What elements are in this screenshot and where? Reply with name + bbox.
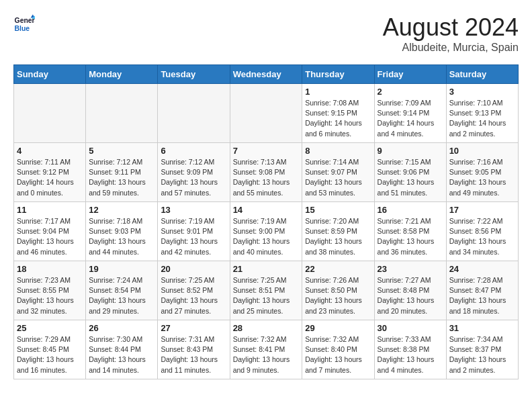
calendar-cell: 19Sunrise: 7:24 AM Sunset: 8:54 PM Dayli… xyxy=(86,261,158,320)
weekday-header-friday: Friday xyxy=(374,65,446,84)
day-info: Sunrise: 7:27 AM Sunset: 8:48 PM Dayligh… xyxy=(378,275,443,316)
calendar-cell: 5Sunrise: 7:12 AM Sunset: 9:11 PM Daylig… xyxy=(86,143,158,202)
calendar-cell: 22Sunrise: 7:26 AM Sunset: 8:50 PM Dayli… xyxy=(302,261,374,320)
day-number: 27 xyxy=(161,323,226,333)
calendar-cell: 21Sunrise: 7:25 AM Sunset: 8:51 PM Dayli… xyxy=(230,261,302,320)
day-info: Sunrise: 7:09 AM Sunset: 9:14 PM Dayligh… xyxy=(378,98,443,139)
calendar-cell xyxy=(86,84,158,143)
day-number: 3 xyxy=(449,87,515,97)
calendar-cell xyxy=(158,84,230,143)
weekday-header-wednesday: Wednesday xyxy=(230,65,302,84)
day-number: 28 xyxy=(233,323,300,333)
day-number: 1 xyxy=(305,87,371,97)
day-info: Sunrise: 7:10 AM Sunset: 9:13 PM Dayligh… xyxy=(449,98,515,139)
day-info: Sunrise: 7:12 AM Sunset: 9:09 PM Dayligh… xyxy=(161,157,226,198)
day-info: Sunrise: 7:32 AM Sunset: 8:40 PM Dayligh… xyxy=(305,334,371,375)
day-number: 29 xyxy=(305,323,371,333)
day-info: Sunrise: 7:25 AM Sunset: 8:52 PM Dayligh… xyxy=(161,275,226,316)
day-number: 4 xyxy=(17,146,83,156)
calendar-cell: 20Sunrise: 7:25 AM Sunset: 8:52 PM Dayli… xyxy=(158,261,230,320)
day-number: 18 xyxy=(17,264,83,274)
day-number: 7 xyxy=(233,146,300,156)
calendar-cell: 2Sunrise: 7:09 AM Sunset: 9:14 PM Daylig… xyxy=(374,84,446,143)
calendar-cell: 24Sunrise: 7:28 AM Sunset: 8:47 PM Dayli… xyxy=(446,261,518,320)
day-number: 17 xyxy=(449,205,515,215)
calendar-cell: 15Sunrise: 7:20 AM Sunset: 8:59 PM Dayli… xyxy=(302,202,374,261)
svg-text:Blue: Blue xyxy=(15,25,30,32)
day-info: Sunrise: 7:21 AM Sunset: 8:58 PM Dayligh… xyxy=(378,216,443,257)
day-number: 9 xyxy=(378,146,443,156)
day-info: Sunrise: 7:19 AM Sunset: 9:00 PM Dayligh… xyxy=(233,216,300,257)
day-info: Sunrise: 7:24 AM Sunset: 8:54 PM Dayligh… xyxy=(89,275,154,316)
day-info: Sunrise: 7:32 AM Sunset: 8:41 PM Dayligh… xyxy=(233,334,300,375)
weekday-header-tuesday: Tuesday xyxy=(158,65,230,84)
day-info: Sunrise: 7:08 AM Sunset: 9:15 PM Dayligh… xyxy=(305,98,371,139)
calendar-cell: 7Sunrise: 7:13 AM Sunset: 9:08 PM Daylig… xyxy=(230,143,302,202)
weekday-header-sunday: Sunday xyxy=(14,65,86,84)
calendar-table: SundayMondayTuesdayWednesdayThursdayFrid… xyxy=(13,64,519,379)
day-info: Sunrise: 7:30 AM Sunset: 8:44 PM Dayligh… xyxy=(89,334,154,375)
day-number: 2 xyxy=(378,87,443,97)
day-number: 13 xyxy=(161,205,226,215)
day-info: Sunrise: 7:13 AM Sunset: 9:08 PM Dayligh… xyxy=(233,157,300,198)
day-number: 21 xyxy=(233,264,300,274)
day-number: 5 xyxy=(89,146,154,156)
day-info: Sunrise: 7:33 AM Sunset: 8:38 PM Dayligh… xyxy=(378,334,443,375)
day-number: 8 xyxy=(305,146,371,156)
calendar-cell: 26Sunrise: 7:30 AM Sunset: 8:44 PM Dayli… xyxy=(86,320,158,379)
logo: General Blue xyxy=(13,13,35,35)
calendar-cell: 30Sunrise: 7:33 AM Sunset: 8:38 PM Dayli… xyxy=(374,320,446,379)
weekday-header-saturday: Saturday xyxy=(446,65,518,84)
title-block: August 2024 Albudeite, Murcia, Spain xyxy=(383,13,519,54)
week-row-2: 4Sunrise: 7:11 AM Sunset: 9:12 PM Daylig… xyxy=(14,143,519,202)
day-info: Sunrise: 7:20 AM Sunset: 8:59 PM Dayligh… xyxy=(305,216,371,257)
calendar-cell: 27Sunrise: 7:31 AM Sunset: 8:43 PM Dayli… xyxy=(158,320,230,379)
day-number: 12 xyxy=(89,205,154,215)
day-info: Sunrise: 7:16 AM Sunset: 9:05 PM Dayligh… xyxy=(449,157,515,198)
day-info: Sunrise: 7:22 AM Sunset: 8:56 PM Dayligh… xyxy=(449,216,515,257)
day-number: 16 xyxy=(378,205,443,215)
day-number: 11 xyxy=(17,205,83,215)
week-row-1: 1Sunrise: 7:08 AM Sunset: 9:15 PM Daylig… xyxy=(14,84,519,143)
day-info: Sunrise: 7:15 AM Sunset: 9:06 PM Dayligh… xyxy=(378,157,443,198)
day-number: 25 xyxy=(17,323,83,333)
calendar-cell: 9Sunrise: 7:15 AM Sunset: 9:06 PM Daylig… xyxy=(374,143,446,202)
day-info: Sunrise: 7:23 AM Sunset: 8:55 PM Dayligh… xyxy=(17,275,83,316)
day-number: 24 xyxy=(449,264,515,274)
day-number: 23 xyxy=(378,264,443,274)
subtitle: Albudeite, Murcia, Spain xyxy=(383,42,519,54)
calendar-cell: 16Sunrise: 7:21 AM Sunset: 8:58 PM Dayli… xyxy=(374,202,446,261)
calendar-cell: 28Sunrise: 7:32 AM Sunset: 8:41 PM Dayli… xyxy=(230,320,302,379)
day-number: 20 xyxy=(161,264,226,274)
week-row-4: 18Sunrise: 7:23 AM Sunset: 8:55 PM Dayli… xyxy=(14,261,519,320)
day-number: 19 xyxy=(89,264,154,274)
week-row-3: 11Sunrise: 7:17 AM Sunset: 9:04 PM Dayli… xyxy=(14,202,519,261)
calendar-cell: 18Sunrise: 7:23 AM Sunset: 8:55 PM Dayli… xyxy=(14,261,86,320)
day-info: Sunrise: 7:14 AM Sunset: 9:07 PM Dayligh… xyxy=(305,157,371,198)
calendar-cell: 8Sunrise: 7:14 AM Sunset: 9:07 PM Daylig… xyxy=(302,143,374,202)
day-info: Sunrise: 7:26 AM Sunset: 8:50 PM Dayligh… xyxy=(305,275,371,316)
day-info: Sunrise: 7:12 AM Sunset: 9:11 PM Dayligh… xyxy=(89,157,154,198)
calendar-cell: 10Sunrise: 7:16 AM Sunset: 9:05 PM Dayli… xyxy=(446,143,518,202)
day-number: 30 xyxy=(378,323,443,333)
calendar-cell: 23Sunrise: 7:27 AM Sunset: 8:48 PM Dayli… xyxy=(374,261,446,320)
day-number: 22 xyxy=(305,264,371,274)
calendar-cell: 11Sunrise: 7:17 AM Sunset: 9:04 PM Dayli… xyxy=(14,202,86,261)
day-info: Sunrise: 7:19 AM Sunset: 9:01 PM Dayligh… xyxy=(161,216,226,257)
day-info: Sunrise: 7:11 AM Sunset: 9:12 PM Dayligh… xyxy=(17,157,83,198)
calendar-cell xyxy=(14,84,86,143)
day-info: Sunrise: 7:17 AM Sunset: 9:04 PM Dayligh… xyxy=(17,216,83,257)
calendar-cell: 12Sunrise: 7:18 AM Sunset: 9:03 PM Dayli… xyxy=(86,202,158,261)
calendar-cell: 13Sunrise: 7:19 AM Sunset: 9:01 PM Dayli… xyxy=(158,202,230,261)
calendar-cell: 29Sunrise: 7:32 AM Sunset: 8:40 PM Dayli… xyxy=(302,320,374,379)
day-number: 26 xyxy=(89,323,154,333)
calendar-cell: 31Sunrise: 7:34 AM Sunset: 8:37 PM Dayli… xyxy=(446,320,518,379)
day-info: Sunrise: 7:18 AM Sunset: 9:03 PM Dayligh… xyxy=(89,216,154,257)
main-title: August 2024 xyxy=(383,13,519,42)
week-row-5: 25Sunrise: 7:29 AM Sunset: 8:45 PM Dayli… xyxy=(14,320,519,379)
svg-text:General: General xyxy=(15,17,35,24)
day-info: Sunrise: 7:34 AM Sunset: 8:37 PM Dayligh… xyxy=(449,334,515,375)
day-number: 15 xyxy=(305,205,371,215)
day-number: 14 xyxy=(233,205,300,215)
page-header: General Blue August 2024 Albudeite, Murc… xyxy=(13,13,519,54)
